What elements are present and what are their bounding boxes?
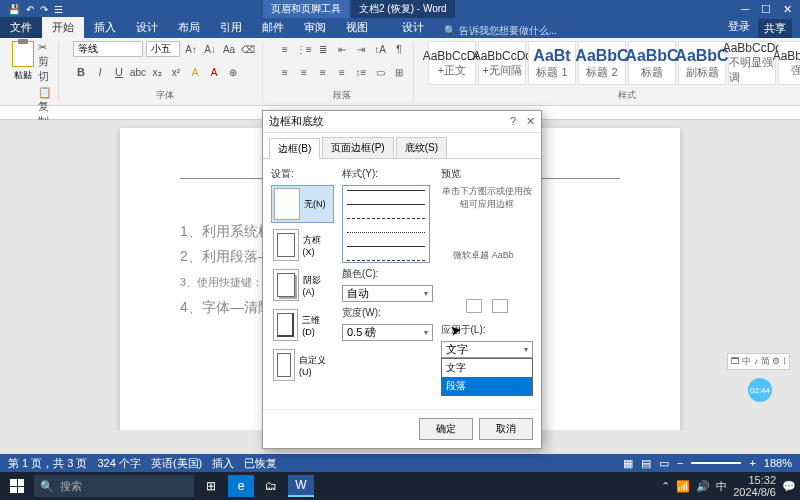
font-name-select[interactable]: 等线 xyxy=(73,41,143,57)
help-icon[interactable]: ? xyxy=(510,115,516,128)
tab-page-border[interactable]: 页面边框(P) xyxy=(322,137,393,158)
clear-format-icon[interactable]: ⌫ xyxy=(240,41,256,57)
view-read-icon[interactable]: ▤ xyxy=(641,457,651,470)
preview-box[interactable]: 微软卓越 AaBb xyxy=(441,215,527,295)
align-right-icon[interactable]: ≡ xyxy=(315,64,331,80)
menu-icon[interactable]: ☰ xyxy=(54,4,63,15)
tab-home[interactable]: 开始 xyxy=(42,17,84,38)
border-bottom-button[interactable] xyxy=(492,299,508,313)
tab-shading[interactable]: 底纹(S) xyxy=(396,137,447,158)
style-item[interactable]: AaBbC标题 xyxy=(628,41,676,85)
multilevel-icon[interactable]: ≣ xyxy=(315,41,331,57)
font-size-select[interactable]: 小五 xyxy=(146,41,180,57)
numbering-icon[interactable]: ⋮≡ xyxy=(296,41,312,57)
justify-icon[interactable]: ≡ xyxy=(334,64,350,80)
taskbar-search[interactable]: 🔍搜索 xyxy=(34,475,194,497)
underline-icon[interactable]: U xyxy=(111,64,127,80)
tab-layout[interactable]: 布局 xyxy=(168,17,210,38)
word-count[interactable]: 324 个字 xyxy=(97,456,140,471)
setting-3d[interactable]: 三维(D) xyxy=(271,307,334,343)
line-spacing-icon[interactable]: ↕≡ xyxy=(353,64,369,80)
tab-border[interactable]: 边框(B) xyxy=(269,138,320,159)
tab-design[interactable]: 设计 xyxy=(126,17,168,38)
undo-icon[interactable]: ↶ xyxy=(26,4,34,15)
superscript-icon[interactable]: x² xyxy=(168,64,184,80)
color-select[interactable]: 自动 xyxy=(342,285,433,302)
network-icon[interactable]: 📶 xyxy=(676,480,690,493)
tab-file[interactable]: 文件 xyxy=(0,17,42,38)
subscript-icon[interactable]: x₂ xyxy=(149,64,165,80)
language-indicator[interactable]: 英语(美国) xyxy=(151,456,202,471)
tell-me-field[interactable]: 🔍 告诉我您想要做什么... xyxy=(444,24,557,38)
close-icon[interactable]: ✕ xyxy=(783,3,792,16)
setting-custom[interactable]: 自定义(U) xyxy=(271,347,334,383)
show-marks-icon[interactable]: ¶ xyxy=(391,41,407,57)
increase-indent-icon[interactable]: ⇥ xyxy=(353,41,369,57)
save-icon[interactable]: 💾 xyxy=(8,4,20,15)
view-web-icon[interactable]: ▭ xyxy=(659,457,669,470)
tab-review[interactable]: 审阅 xyxy=(294,17,336,38)
tab-view[interactable]: 视图 xyxy=(336,17,378,38)
view-print-icon[interactable]: ▦ xyxy=(623,457,633,470)
decrease-indent-icon[interactable]: ⇤ xyxy=(334,41,350,57)
style-item[interactable]: AaBt标题 1 xyxy=(528,41,576,85)
ok-button[interactable]: 确定 xyxy=(419,418,473,440)
maximize-icon[interactable]: ☐ xyxy=(761,3,771,16)
setting-box[interactable]: 方框(X) xyxy=(271,227,334,263)
style-item[interactable]: AaBbC副标题 xyxy=(678,41,726,85)
strike-icon[interactable]: abc xyxy=(130,64,146,80)
phonetic-icon[interactable]: ⊕ xyxy=(225,64,241,80)
style-item[interactable]: AaBbC标题 2 xyxy=(578,41,626,85)
grow-font-icon[interactable]: A↑ xyxy=(183,41,199,57)
word-taskbar-icon[interactable]: W xyxy=(288,475,314,497)
tray-chevron-icon[interactable]: ⌃ xyxy=(661,480,670,493)
close-icon[interactable]: ✕ xyxy=(526,115,535,128)
tab-tools-design[interactable]: 设计 xyxy=(392,17,434,38)
style-item[interactable]: AaBbCcDc不明显强调 xyxy=(728,41,776,85)
italic-icon[interactable]: I xyxy=(92,64,108,80)
ime-float-bar[interactable]: 🗔 中 ♪ 简 ⚙ ⁞ xyxy=(727,353,790,370)
bullets-icon[interactable]: ≡ xyxy=(277,41,293,57)
setting-shadow[interactable]: 阴影(A) xyxy=(271,267,334,303)
line-style-list[interactable] xyxy=(342,185,430,263)
zoom-in-icon[interactable]: + xyxy=(749,457,755,469)
tab-references[interactable]: 引用 xyxy=(210,17,252,38)
ime-indicator[interactable]: 中 xyxy=(716,479,727,494)
explorer-icon[interactable]: 🗂 xyxy=(258,475,284,497)
width-select[interactable]: 0.5 磅 xyxy=(342,324,433,341)
align-left-icon[interactable]: ≡ xyxy=(277,64,293,80)
cut-button[interactable]: ✂ 剪切 xyxy=(38,41,52,84)
share-button[interactable]: 共享 xyxy=(758,19,792,38)
tab-insert[interactable]: 插入 xyxy=(84,17,126,38)
task-view-icon[interactable]: ⊞ xyxy=(198,475,224,497)
shrink-font-icon[interactable]: A↓ xyxy=(202,41,218,57)
start-button[interactable] xyxy=(4,475,30,497)
zoom-slider[interactable] xyxy=(691,462,741,464)
bold-icon[interactable]: B xyxy=(73,64,89,80)
redo-icon[interactable]: ↷ xyxy=(40,4,48,15)
apply-option-text[interactable]: 文字 xyxy=(442,359,533,377)
border-top-button[interactable] xyxy=(466,299,482,313)
setting-none[interactable]: 无(N) xyxy=(271,185,334,223)
change-case-icon[interactable]: Aa xyxy=(221,41,237,57)
style-gallery[interactable]: AaBbCcDc+正文AaBbCcDc+无间隔AaBt标题 1AaBbC标题 2… xyxy=(428,41,800,85)
tab-mailings[interactable]: 邮件 xyxy=(252,17,294,38)
style-item[interactable]: AaBbCcDc+无间隔 xyxy=(478,41,526,85)
font-color-icon[interactable]: A xyxy=(206,64,222,80)
clock[interactable]: 15:322024/8/6 xyxy=(733,474,776,498)
page-indicator[interactable]: 第 1 页，共 3 页 xyxy=(8,456,87,471)
borders-icon[interactable]: ⊞ xyxy=(391,64,407,80)
edge-icon[interactable]: e xyxy=(228,475,254,497)
apply-option-paragraph[interactable]: 段落 xyxy=(442,377,533,395)
notifications-icon[interactable]: 💬 xyxy=(782,480,796,493)
shading-icon[interactable]: ▭ xyxy=(372,64,388,80)
volume-icon[interactable]: 🔊 xyxy=(696,480,710,493)
minimize-icon[interactable]: ─ xyxy=(741,3,749,16)
apply-to-select[interactable]: 文字 文字 段落 xyxy=(441,341,534,358)
style-item[interactable]: AaBbCcDc+正文 xyxy=(428,41,476,85)
style-item[interactable]: AaBbCcDc强调 xyxy=(778,41,800,85)
cancel-button[interactable]: 取消 xyxy=(479,418,533,440)
zoom-out-icon[interactable]: − xyxy=(677,457,683,469)
zoom-level[interactable]: 188% xyxy=(764,457,792,469)
sort-icon[interactable]: ↕A xyxy=(372,41,388,57)
